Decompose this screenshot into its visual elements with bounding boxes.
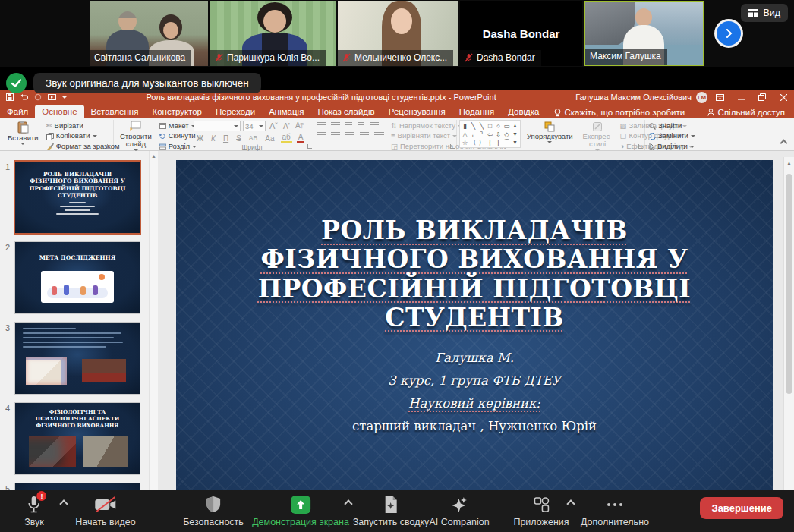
scroll-up-icon[interactable]: ▲ (150, 151, 158, 159)
font-size-combobox[interactable]: 34 (243, 121, 266, 131)
font-name-combobox[interactable] (194, 121, 241, 131)
replace-button[interactable]: Замінити (647, 131, 697, 140)
reset-icon (159, 133, 166, 140)
tab-help[interactable]: Довідка (501, 105, 546, 118)
strikethrough-button[interactable]: S (235, 134, 243, 143)
new-slide-button[interactable]: Створити слайд (116, 120, 156, 152)
account-info[interactable]: Галушка Максим Олексійович ГМ (575, 92, 707, 103)
ribbon-display-options-button[interactable] (709, 90, 730, 105)
slide-scrollbar[interactable]: ▲ (783, 157, 794, 490)
save-icon[interactable] (6, 93, 14, 101)
ribbon: Вставити ✄Вирізати Копіювати Формат за з… (0, 118, 794, 151)
ai-companion-button[interactable]: AI Companion (429, 495, 489, 527)
tab-view[interactable]: Подання (452, 105, 501, 118)
dropdown-arrow-icon (259, 125, 263, 127)
change-case-button[interactable]: Аа (263, 134, 276, 143)
audio-options-chevron-icon[interactable] (59, 499, 68, 508)
thumbnail-row: 3 (0, 323, 158, 394)
tab-animations[interactable]: Анімація (262, 105, 310, 118)
slide-thumbnail-3[interactable] (15, 323, 140, 394)
dialog-launcher-icon[interactable] (450, 144, 455, 149)
dialog-launcher-icon[interactable] (107, 144, 112, 149)
tab-design[interactable]: Конструктор (145, 105, 209, 118)
character-spacing-button[interactable]: АВ (247, 134, 259, 142)
slide-thumbnail-5[interactable] (15, 483, 140, 490)
next-participants-button[interactable] (717, 21, 741, 46)
tab-transitions[interactable]: Переходи (209, 105, 262, 118)
justify-icon[interactable] (360, 132, 369, 139)
current-slide[interactable]: РОЛЬ ВИКЛАДАЧІВ ФІЗИЧНОГО ВИХОВАННЯ У ПР… (176, 160, 773, 490)
security-button[interactable]: Безопасность (183, 495, 244, 527)
shrink-font-button[interactable]: Аʼ (282, 122, 291, 131)
start-summary-button[interactable]: Запустить сводку (353, 495, 430, 527)
select-button[interactable]: Виділити (647, 142, 697, 151)
redo-icon[interactable] (34, 93, 42, 101)
quick-styles-button[interactable]: Експрес-стилі (579, 120, 616, 152)
thumbnail-scrollbar[interactable]: ▲ (149, 151, 158, 490)
clear-formatting-button[interactable]: А⤒ (294, 121, 305, 131)
columns-icon[interactable] (374, 132, 384, 139)
video-tile-dasha[interactable]: Dasha Bondar Dasha Bondar (460, 1, 582, 66)
share-screen-button[interactable]: Демонстрация экрана (252, 495, 349, 527)
restore-button[interactable] (751, 90, 773, 105)
scroll-up-icon[interactable]: ▲ (784, 157, 794, 167)
apps-button[interactable]: Приложения (513, 495, 569, 527)
numbered-list-icon[interactable] (331, 122, 340, 129)
cut-button[interactable]: ✄Вирізати (45, 121, 121, 131)
paintbrush-icon (46, 143, 54, 150)
start-video-button[interactable]: Начать видео (75, 495, 135, 527)
share-button[interactable]: Спільний доступ (707, 108, 785, 118)
text-highlight-button[interactable]: аб (281, 133, 292, 143)
arrange-button[interactable]: Упорядкувати (523, 120, 577, 144)
tab-home[interactable]: Основне (35, 105, 83, 118)
align-left-icon[interactable] (317, 132, 326, 139)
minimize-button[interactable] (730, 90, 751, 105)
align-center-icon[interactable] (331, 132, 340, 139)
notification-text: Звук оригинала для музыкантов выключен (33, 73, 261, 93)
grow-font-button[interactable]: Аˇ (268, 121, 279, 131)
video-tile-maksym-active-speaker[interactable]: Максим Галушка (584, 1, 704, 66)
undo-icon[interactable] (20, 93, 28, 101)
tab-file[interactable]: Файл (0, 105, 35, 118)
ai-sparkle-icon (450, 496, 468, 514)
underline-button[interactable]: П (222, 134, 230, 143)
view-button[interactable]: Вид (741, 4, 788, 22)
paste-button[interactable]: Вставити (4, 120, 43, 146)
dialog-launcher-icon[interactable] (307, 144, 312, 149)
qat-dropdown-icon[interactable] (62, 96, 67, 99)
end-meeting-button[interactable]: Завершение (700, 497, 783, 519)
video-tile-paryshkura[interactable]: Паришкура Юлія Во... (210, 1, 336, 66)
font-color-button[interactable]: А (297, 133, 305, 143)
increase-indent-icon[interactable] (358, 122, 364, 129)
shapes-gallery[interactable]: ▮╲╲□○▭▲ △⌞⌝⇦⇩◇▼ ☆（）{}⌒▼ (459, 120, 521, 148)
dialog-launcher-icon[interactable] (638, 144, 643, 149)
account-avatar[interactable]: ГМ (696, 92, 707, 103)
bold-button[interactable]: Ж (195, 134, 205, 143)
apps-icon (533, 496, 550, 513)
align-right-icon[interactable] (345, 132, 354, 139)
italic-button[interactable]: К (210, 134, 217, 143)
collapse-ribbon-icon[interactable] (780, 140, 788, 147)
bullet-list-icon[interactable] (317, 122, 326, 129)
thumbnail-row: 1 РОЛЬ ВИКЛАДАЧІВ ФІЗИЧНОГО ВИХОВАННЯ У … (0, 162, 158, 233)
tab-insert[interactable]: Вставлення (84, 105, 146, 118)
find-button[interactable]: Знайти (647, 121, 697, 131)
more-button[interactable]: Дополнительно (581, 495, 649, 527)
video-tile-melnychenko[interactable]: Мельниченко Олекс... (338, 1, 458, 66)
decrease-indent-icon[interactable] (345, 122, 352, 129)
smartart-icon: ◲ (391, 143, 398, 150)
close-button[interactable] (773, 90, 794, 105)
scrollbar-thumb[interactable] (786, 174, 792, 394)
slide-thumbnail-1[interactable]: РОЛЬ ВИКЛАДАЧІВ ФІЗИЧНОГО ВИХОВАННЯ У ПР… (15, 162, 140, 233)
tab-slideshow[interactable]: Показ слайдів (310, 105, 381, 118)
audio-button[interactable]: ! Звук (24, 495, 44, 527)
slide-thumbnail-4[interactable]: ФІЗІОЛОГІЧНІ ТА ПСИХОЛОГІЧНІ АСПЕКТИ ФІЗ… (15, 403, 140, 474)
video-tile-svitlana[interactable]: Світлана Сальникова (90, 1, 208, 66)
participant-video-strip: Світлана Сальникова Паришкура Юлія Во...… (0, 0, 794, 67)
tell-me-box[interactable]: Скажіть, що потрібно зробити (554, 108, 685, 118)
slide-thumbnail-2[interactable]: МЕТА ДОСЛІДЖЕННЯ (15, 242, 140, 313)
tab-review[interactable]: Рецензування (382, 105, 452, 118)
slideshow-icon[interactable] (48, 94, 56, 101)
copy-button[interactable]: Копіювати (45, 131, 121, 140)
line-spacing-icon[interactable] (370, 122, 379, 129)
